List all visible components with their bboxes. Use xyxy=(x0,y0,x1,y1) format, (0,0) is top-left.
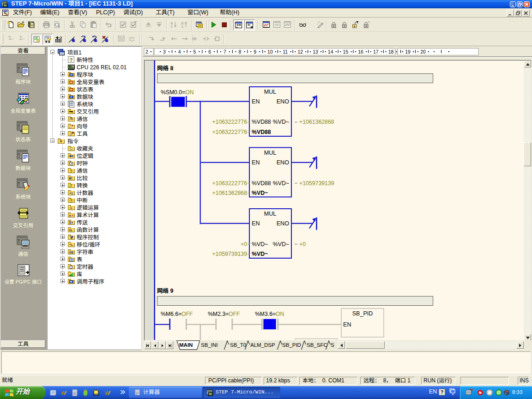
svg-text:调用子程序: 调用子程序 xyxy=(77,278,104,285)
svg-text:fx: fx xyxy=(69,228,73,232)
svg-text:%VD~: %VD~ xyxy=(273,180,289,187)
svg-text:+1059739139: +1059739139 xyxy=(212,251,247,257)
svg-text:系统块: 系统块 xyxy=(77,101,93,108)
svg-text:逻辑运算: 逻辑运算 xyxy=(77,205,99,211)
svg-text:?: ? xyxy=(70,57,73,63)
svg-text:交叉引用: 交叉引用 xyxy=(77,109,99,115)
svg-text:16: 16 xyxy=(358,49,363,54)
svg-text:时钟: 时钟 xyxy=(77,160,88,167)
svg-text:MUL: MUL xyxy=(264,150,277,156)
svg-text:工具: 工具 xyxy=(77,131,88,137)
svg-text:指令: 指令 xyxy=(67,138,79,145)
svg-text:+0: +0 xyxy=(241,241,247,248)
svg-text:移位/循环: 移位/循环 xyxy=(77,242,100,248)
svg-text:+1063222776: +1063222776 xyxy=(212,129,247,135)
svg-text:库: 库 xyxy=(77,271,82,278)
svg-text:表: 表 xyxy=(77,256,82,263)
svg-text:20: 20 xyxy=(420,49,426,54)
svg-text:%VD~: %VD~ xyxy=(252,241,268,248)
svg-text:19: 19 xyxy=(405,49,411,54)
svg-text:收藏夹: 收藏夹 xyxy=(77,145,93,152)
svg-text:EN: EN xyxy=(252,220,260,227)
svg-text:SB_PID: SB_PID xyxy=(352,310,373,317)
svg-text:17: 17 xyxy=(373,49,379,54)
svg-text:9: 9 xyxy=(254,49,256,54)
svg-text:+1061362868: +1061362868 xyxy=(212,190,247,196)
svg-text:MUL: MUL xyxy=(264,89,277,95)
svg-text:新特性: 新特性 xyxy=(77,57,93,63)
svg-text:6: 6 xyxy=(208,49,211,54)
svg-text:计数器: 计数器 xyxy=(77,190,93,196)
svg-text:15: 15 xyxy=(343,49,349,54)
svg-text:±: ± xyxy=(69,213,71,218)
svg-text:%VD~: %VD~ xyxy=(273,119,289,125)
svg-text:数据块: 数据块 xyxy=(77,94,93,100)
svg-text:12: 12 xyxy=(297,49,303,54)
svg-text:程序块: 程序块 xyxy=(77,72,93,78)
svg-text:3: 3 xyxy=(163,49,166,54)
svg-text:ENO: ENO xyxy=(277,159,289,166)
svg-text:EN: EN xyxy=(252,98,260,105)
svg-text:定时器: 定时器 xyxy=(77,264,93,270)
svg-text:18: 18 xyxy=(388,49,394,54)
svg-text:%VD88: %VD88 xyxy=(252,129,271,135)
svg-text:%VD~: %VD~ xyxy=(252,251,268,257)
svg-text:向导: 向导 xyxy=(77,123,88,130)
svg-text:全局变量表: 全局变量表 xyxy=(77,79,104,85)
svg-text:+1063222776: +1063222776 xyxy=(212,119,247,125)
svg-text:+1061362868: +1061362868 xyxy=(299,119,334,125)
svg-text:通信: 通信 xyxy=(77,116,88,122)
svg-text:8: 8 xyxy=(239,49,242,54)
svg-text:%VD88: %VD88 xyxy=(252,180,271,187)
svg-text:7: 7 xyxy=(224,49,226,54)
svg-text:算术计算: 算术计算 xyxy=(77,212,99,218)
svg-text:%SM0.0=ON: %SM0.0=ON xyxy=(161,89,193,96)
svg-text:ENO: ENO xyxy=(277,98,289,105)
svg-text:MUL: MUL xyxy=(264,211,277,217)
svg-text:5: 5 xyxy=(193,49,196,54)
svg-text:%VD~: %VD~ xyxy=(273,241,289,248)
svg-text:网络 8: 网络 8 xyxy=(157,65,173,72)
svg-text:%M6.6=OFF: %M6.6=OFF xyxy=(161,311,193,317)
svg-text:字符串: 字符串 xyxy=(77,249,93,255)
svg-text:通信: 通信 xyxy=(77,168,88,174)
svg-text:比较: 比较 xyxy=(77,175,88,181)
svg-text:%VD88: %VD88 xyxy=(252,119,271,125)
svg-text:AB: AB xyxy=(69,251,74,254)
svg-text:函数计算: 函数计算 xyxy=(77,227,99,233)
svg-text:传送: 传送 xyxy=(77,219,88,226)
svg-text:%M2.3=OFF: %M2.3=OFF xyxy=(208,311,240,317)
svg-text:+1: +1 xyxy=(69,192,73,195)
svg-text:程序控制: 程序控制 xyxy=(77,234,99,241)
svg-text:位逻辑: 位逻辑 xyxy=(77,153,93,159)
svg-text:13: 13 xyxy=(313,49,318,54)
svg-text:10: 10 xyxy=(267,49,273,54)
svg-text:+1063222776: +1063222776 xyxy=(212,180,247,187)
svg-text:1: 1 xyxy=(171,24,173,29)
svg-text:×: × xyxy=(72,213,74,218)
svg-text:EN: EN xyxy=(343,321,351,328)
svg-text:中断: 中断 xyxy=(77,197,88,204)
svg-text:14: 14 xyxy=(328,49,333,54)
svg-text:CPU 226 REL 02.01: CPU 226 REL 02.01 xyxy=(77,64,127,71)
svg-text:T: T xyxy=(354,25,355,28)
svg-text:转换: 转换 xyxy=(77,182,88,189)
svg-text:+1059739139: +1059739139 xyxy=(299,180,334,187)
svg-text:%VD~: %VD~ xyxy=(252,190,268,196)
svg-text:%M3.6=ON: %M3.6=ON xyxy=(255,311,284,317)
svg-text:ENO: ENO xyxy=(277,220,289,227)
svg-text:·1·: ·1· xyxy=(69,206,73,210)
svg-text:4: 4 xyxy=(178,49,181,54)
svg-text:1: 1 xyxy=(181,24,184,29)
svg-text:11: 11 xyxy=(283,49,288,54)
svg-text:sym: sym xyxy=(129,36,135,40)
svg-text:网络 9: 网络 9 xyxy=(157,288,173,294)
svg-text:状态表: 状态表 xyxy=(77,86,93,93)
svg-text:项目1: 项目1 xyxy=(67,49,82,56)
svg-text:2: 2 xyxy=(145,49,148,54)
svg-text:EN: EN xyxy=(252,159,260,166)
svg-text:+0: +0 xyxy=(299,241,306,248)
